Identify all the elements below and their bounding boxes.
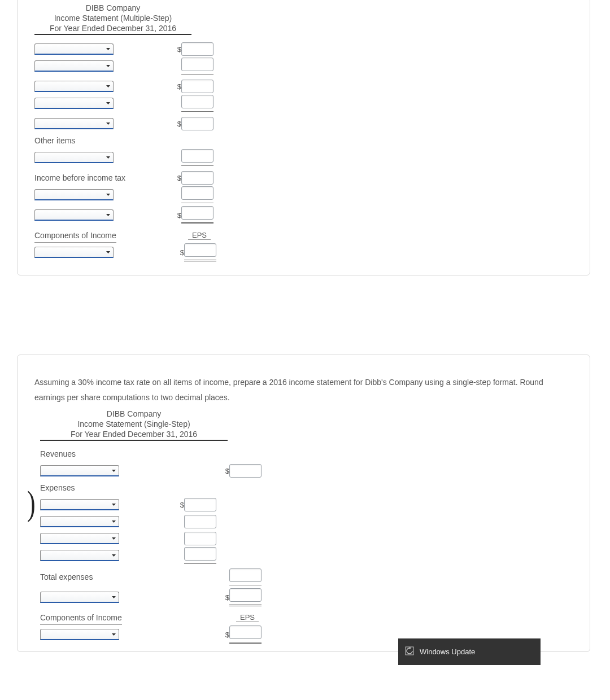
chevron-down-icon <box>111 519 116 524</box>
chevron-down-icon <box>106 121 111 126</box>
toast-text: Windows Update <box>420 648 475 656</box>
multi-select-8[interactable] <box>34 189 114 200</box>
single-exp-input-1[interactable] <box>184 498 216 511</box>
multi-input-8[interactable] <box>181 186 213 200</box>
single-title: Income Statement (Single-Step) <box>40 419 228 430</box>
eps-header: EPS <box>188 231 211 240</box>
single-eps-header: EPS <box>236 613 259 622</box>
single-eps-select[interactable] <box>40 629 119 640</box>
single-components-label: Components of Income <box>40 613 122 625</box>
multi-select-4[interactable] <box>34 98 114 109</box>
revenues-label: Revenues <box>40 449 150 458</box>
chevron-down-icon <box>106 101 111 106</box>
multi-input-6[interactable] <box>181 149 213 163</box>
chevron-down-icon <box>111 632 116 637</box>
single-company: DIBB Company <box>40 409 228 419</box>
multi-input-9[interactable] <box>181 206 213 220</box>
single-exp-select-1[interactable] <box>40 499 119 510</box>
single-exp-select-3[interactable] <box>40 533 119 544</box>
multi-company: DIBB Company <box>34 3 191 14</box>
windows-update-toast[interactable]: Windows Update <box>398 638 541 665</box>
chevron-down-icon <box>111 595 116 600</box>
chevron-down-icon <box>111 536 116 541</box>
chevron-down-icon <box>106 250 111 255</box>
multi-select-5[interactable] <box>34 118 114 129</box>
chevron-down-icon <box>111 553 116 558</box>
multi-input-2[interactable] <box>181 58 213 71</box>
multi-title: Income Statement (Multiple-Step) <box>34 14 191 24</box>
single-netincome-select[interactable] <box>40 592 119 603</box>
single-exp-input-4[interactable] <box>184 547 216 561</box>
multi-select-6[interactable] <box>34 152 114 163</box>
chevron-down-icon <box>106 155 111 160</box>
single-header: DIBB Company Income Statement (Single-St… <box>40 409 228 441</box>
chevron-down-icon <box>111 502 116 508</box>
components-label: Components of Income <box>34 231 116 243</box>
total-expenses-label: Total expenses <box>40 572 150 581</box>
expenses-label: Expenses <box>40 483 150 492</box>
dollar-sign: $ <box>176 45 181 54</box>
chevron-down-icon <box>106 64 111 69</box>
chevron-down-icon <box>106 84 111 89</box>
single-instructions: Assuming a 30% income tax rate on all it… <box>34 375 573 405</box>
multi-input-3[interactable] <box>181 80 213 93</box>
stray-paren-icon: ) <box>27 483 36 523</box>
multi-period: For Year Ended December 31, 2016 <box>34 24 191 34</box>
single-exp-select-4[interactable] <box>40 550 119 561</box>
chevron-down-icon <box>111 469 116 474</box>
multi-select-9[interactable] <box>34 209 114 221</box>
multi-header: DIBB Company Income Statement (Multiple-… <box>34 3 191 35</box>
single-exp-input-3[interactable] <box>184 532 216 545</box>
single-exp-select-2[interactable] <box>40 516 119 527</box>
single-netincome-input[interactable] <box>229 588 262 602</box>
multi-select-2[interactable] <box>34 60 114 72</box>
single-step-panel: Assuming a 30% income tax rate on all it… <box>17 355 590 652</box>
multi-select-3[interactable] <box>34 81 114 92</box>
single-rev-select[interactable] <box>40 465 119 476</box>
refresh-icon <box>405 646 420 657</box>
single-period: For Year Ended December 31, 2016 <box>40 430 228 440</box>
ibt-label: Income before income tax <box>34 173 139 182</box>
multi-select-10[interactable] <box>34 247 114 258</box>
single-eps-input[interactable] <box>229 625 262 639</box>
chevron-down-icon <box>106 193 111 198</box>
multi-eps-input[interactable] <box>184 243 216 257</box>
multi-select-1[interactable] <box>34 43 114 55</box>
single-rev-input[interactable] <box>229 464 262 478</box>
total-expenses-input[interactable] <box>229 568 262 582</box>
chevron-down-icon <box>106 213 111 218</box>
single-exp-input-2[interactable] <box>184 515 216 528</box>
other-items-label: Other items <box>34 136 145 145</box>
multi-input-4[interactable] <box>181 95 213 108</box>
multi-input-5[interactable] <box>181 117 213 130</box>
chevron-down-icon <box>106 47 111 52</box>
ibt-input[interactable] <box>181 171 213 185</box>
multi-input-1[interactable] <box>181 42 213 56</box>
multiple-step-panel: DIBB Company Income Statement (Multiple-… <box>17 0 590 275</box>
